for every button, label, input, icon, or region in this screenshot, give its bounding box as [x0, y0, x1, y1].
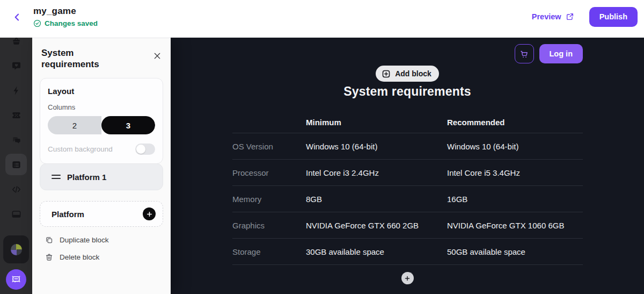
- table-header-row: Minimum Recommended: [232, 112, 583, 133]
- publish-button[interactable]: Publish: [589, 7, 638, 27]
- row-minimum: 8GB: [306, 195, 447, 204]
- rail-icon-list: [0, 38, 32, 228]
- game-thumbnail[interactable]: [3, 235, 29, 263]
- table-row: Graphics NVIDIA GeForce GTX 660 2GB NVID…: [232, 212, 583, 239]
- app-window: my_game Changes saved Preview Publish: [0, 0, 644, 294]
- row-recommended: 16GB: [447, 195, 583, 204]
- title-block: my_game Changes saved: [33, 6, 98, 27]
- drag-handle-icon[interactable]: [52, 175, 61, 179]
- rail-bottom: [0, 235, 32, 290]
- preview-label: Preview: [532, 12, 561, 21]
- login-button[interactable]: Log in: [539, 44, 583, 63]
- platform-item[interactable]: Platform 1: [40, 163, 163, 190]
- table-icon[interactable]: [5, 154, 27, 175]
- delete-block-button[interactable]: Delete block: [45, 253, 99, 261]
- game-avatar: [11, 244, 22, 255]
- status-label: Changes saved: [45, 19, 98, 27]
- ticket-icon[interactable]: [5, 104, 27, 126]
- block-type-rail: [0, 38, 32, 294]
- row-minimum: 30GB available space: [306, 247, 447, 256]
- columns-label: Columns: [48, 103, 155, 111]
- row-label: Memory: [232, 195, 306, 204]
- add-block-wrap: Add block: [171, 66, 644, 82]
- block-settings-panel: System requirements Layout Columns 2 3 C…: [32, 38, 171, 294]
- custom-background-label: Custom background: [48, 145, 113, 153]
- preview-link[interactable]: Preview: [532, 12, 574, 21]
- row-recommended: Windows 10 (64-bit): [447, 142, 583, 151]
- plus-icon: [404, 275, 411, 282]
- cart-icon: [519, 49, 529, 59]
- platform-item-label: Platform 1: [67, 173, 106, 182]
- add-block-label: Add block: [395, 69, 431, 78]
- columns-option-2[interactable]: 2: [48, 116, 101, 134]
- table-row: Memory 8GB 16GB: [232, 186, 583, 212]
- close-icon: [153, 52, 162, 60]
- insert-block-wrap: [171, 272, 644, 284]
- cart-button[interactable]: [515, 44, 534, 63]
- block-heading: System requirements: [171, 84, 644, 99]
- back-button[interactable]: [11, 11, 24, 24]
- chat-widget-button[interactable]: [6, 269, 26, 290]
- header-minimum: Minimum: [306, 118, 447, 127]
- code-icon[interactable]: [5, 178, 27, 200]
- plus-square-icon: [382, 69, 391, 78]
- row-label: OS Version: [232, 142, 306, 151]
- add-platform-label: Platform: [52, 210, 84, 219]
- trash-icon: [45, 253, 53, 261]
- row-minimum: Intel Core i3 2.4GHz: [306, 168, 447, 177]
- row-minimum: NVIDIA GeForce GTX 660 2GB: [306, 221, 447, 230]
- custom-background-row: Custom background: [48, 144, 155, 155]
- header-recommended: Recommended: [447, 118, 583, 127]
- layout-card: Layout Columns 2 3 Custom background: [40, 78, 163, 164]
- topbar-actions: Preview Publish: [532, 0, 638, 33]
- row-label: Processor: [232, 168, 306, 177]
- toggle-knob: [136, 145, 145, 154]
- duplicate-block-button[interactable]: Duplicate block: [45, 236, 109, 244]
- columns-segmented-control: 2 3: [48, 116, 155, 134]
- row-recommended: 50GB available space: [447, 247, 583, 256]
- external-link-icon: [566, 12, 574, 21]
- table-row: OS Version Windows 10 (64-bit) Windows 1…: [232, 133, 583, 160]
- row-label: Graphics: [232, 221, 306, 230]
- delete-block-label: Delete block: [60, 253, 99, 261]
- copy-icon: [45, 236, 53, 244]
- plus-icon: [143, 207, 156, 220]
- check-circle-icon: [33, 19, 41, 27]
- chat-bubbles-icon[interactable]: [5, 129, 27, 150]
- row-recommended: Intel Core i5 3.4GHz: [447, 168, 583, 177]
- save-status: Changes saved: [33, 19, 98, 27]
- window-icon[interactable]: [5, 203, 27, 225]
- row-recommended: NVIDIA GeForce GTX 1060 6GB: [447, 221, 583, 230]
- editor-topbar: my_game Changes saved Preview Publish: [0, 0, 644, 38]
- message-heart-icon[interactable]: [5, 55, 27, 76]
- chevron-left-icon: [12, 12, 23, 23]
- shop-icon[interactable]: [5, 38, 27, 52]
- row-minimum: Windows 10 (64-bit): [306, 142, 447, 151]
- chat-bubble-icon: [11, 274, 21, 285]
- insert-block-button[interactable]: [401, 272, 414, 284]
- columns-option-3[interactable]: 3: [101, 116, 155, 134]
- table-row: Processor Intel Core i3 2.4GHz Intel Cor…: [232, 160, 583, 186]
- close-panel-button[interactable]: [151, 50, 163, 62]
- stage-top-actions: Log in: [515, 44, 583, 63]
- panel-title: System requirements: [41, 47, 127, 70]
- custom-background-toggle[interactable]: [135, 144, 155, 155]
- layout-card-title: Layout: [48, 87, 155, 96]
- row-label: Storage: [232, 247, 306, 256]
- project-title: my_game: [33, 6, 98, 17]
- table-row: Storage 30GB available space 50GB availa…: [232, 239, 583, 265]
- duplicate-block-label: Duplicate block: [60, 236, 109, 244]
- add-block-button[interactable]: Add block: [376, 66, 439, 82]
- requirements-table: Minimum Recommended OS Version Windows 1…: [232, 112, 583, 265]
- add-platform-button[interactable]: Platform: [40, 201, 163, 227]
- lightning-icon[interactable]: [5, 80, 27, 101]
- page-preview-stage: Log in Add block System requirements Min…: [171, 38, 644, 294]
